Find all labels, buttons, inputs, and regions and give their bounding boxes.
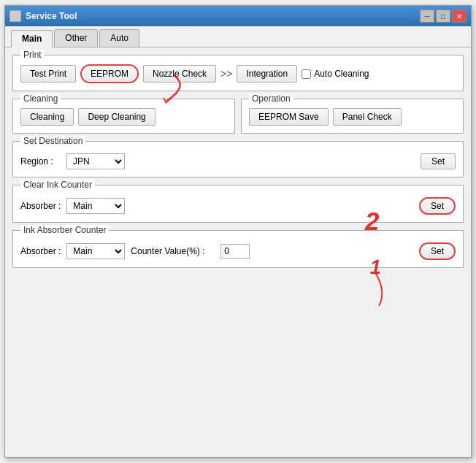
eeprom-save-button[interactable]: EEPROM Save xyxy=(249,108,329,126)
cleaning-buttons-row: Cleaning Deep Cleaning xyxy=(20,108,227,126)
ink-counter-absorber-label: Absorber : xyxy=(20,201,61,211)
print-label: Print xyxy=(20,50,45,60)
set-destination-label: Set Destination xyxy=(20,136,85,146)
absorber-counter-select[interactable]: Main Sub xyxy=(66,243,125,259)
operation-buttons-row: EEPROM Save Panel Check xyxy=(249,108,456,126)
main-window: Service Tool ─ □ ✕ Main Other Auto Print… xyxy=(4,5,472,458)
maximize-button[interactable]: □ xyxy=(436,9,450,23)
region-set-button[interactable]: Set xyxy=(421,153,456,169)
ink-counter-set-button[interactable]: Set xyxy=(419,197,456,215)
auto-cleaning-label: Auto Cleaning xyxy=(314,69,369,79)
ink-absorber-counter-section: Ink Absorber Counter Absorber : Main Sub… xyxy=(12,230,464,268)
cleaning-operation-row: Cleaning Cleaning Deep Cleaning Operatio… xyxy=(12,99,464,141)
test-print-button[interactable]: Test Print xyxy=(20,65,76,83)
title-bar-left: Service Tool xyxy=(9,10,77,22)
region-label: Region : xyxy=(20,156,61,167)
ink-counter-absorber-select[interactable]: Main Sub xyxy=(66,198,125,214)
eeprom-button[interactable]: EEPROM xyxy=(80,64,139,83)
print-section: Print Test Print EEPROM Nozzle Check >> … xyxy=(12,55,464,91)
clear-ink-counter-section: Clear Ink Counter Absorber : Main Sub Se… xyxy=(12,185,464,223)
operation-section-label: Operation xyxy=(249,93,293,104)
integration-button[interactable]: Integration xyxy=(237,65,297,83)
tab-auto[interactable]: Auto xyxy=(99,29,139,47)
minimize-button[interactable]: ─ xyxy=(420,9,434,23)
absorber-counter-row: Absorber : Main Sub Counter Value(%) : S… xyxy=(20,242,456,260)
nozzle-check-button[interactable]: Nozzle Check xyxy=(143,65,216,83)
window-title: Service Tool xyxy=(26,11,77,21)
title-bar: Service Tool ─ □ ✕ xyxy=(5,6,471,26)
tab-main[interactable]: Main xyxy=(11,30,53,47)
counter-value-input[interactable] xyxy=(220,244,250,259)
panel-check-button[interactable]: Panel Check xyxy=(333,108,402,126)
main-content: Print Test Print EEPROM Nozzle Check >> … xyxy=(5,47,471,457)
auto-cleaning-checkbox[interactable] xyxy=(302,69,311,79)
cleaning-section: Cleaning Cleaning Deep Cleaning xyxy=(12,99,235,134)
app-icon xyxy=(9,10,21,22)
set-destination-section: Set Destination Region : JPN USA EUR Set xyxy=(12,141,464,177)
region-select[interactable]: JPN USA EUR xyxy=(66,153,125,169)
region-row: Region : JPN USA EUR Set xyxy=(20,153,456,169)
tab-bar: Main Other Auto xyxy=(5,26,471,47)
auto-cleaning-checkbox-label[interactable]: Auto Cleaning xyxy=(302,69,369,79)
tab-other[interactable]: Other xyxy=(54,29,98,47)
cleaning-section-label: Cleaning xyxy=(20,93,61,104)
ink-counter-absorber-row: Absorber : Main Sub Set xyxy=(20,197,456,215)
absorber-counter-set-button[interactable]: Set xyxy=(419,242,456,260)
absorber-counter-absorber-label: Absorber : xyxy=(20,246,61,256)
deep-cleaning-button[interactable]: Deep Cleaning xyxy=(78,108,155,126)
clear-ink-counter-label: Clear Ink Counter xyxy=(20,180,95,190)
operation-section: Operation EEPROM Save Panel Check xyxy=(241,99,464,134)
print-buttons-row: Test Print EEPROM Nozzle Check >> Integr… xyxy=(20,64,456,83)
ink-absorber-counter-label: Ink Absorber Counter xyxy=(20,225,109,235)
cleaning-button[interactable]: Cleaning xyxy=(20,108,74,126)
counter-value-label: Counter Value(%) : xyxy=(131,246,215,256)
close-button[interactable]: ✕ xyxy=(452,9,467,23)
arrow-icon: >> xyxy=(220,68,232,80)
title-controls: ─ □ ✕ xyxy=(420,9,467,23)
